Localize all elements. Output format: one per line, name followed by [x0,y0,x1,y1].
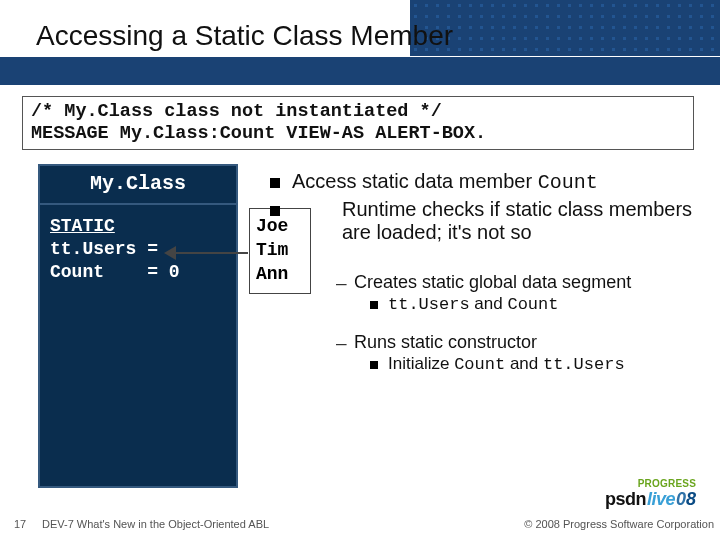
footer-title: DEV-7 What's New in the Object-Oriented … [42,518,524,530]
plain-text: Initialize [388,354,454,373]
code-line-2: MESSAGE My.Class:Count VIEW-AS ALERT-BOX… [31,123,685,145]
plain-text: and [470,294,508,313]
separator-bar [0,57,720,85]
page-title: Accessing a Static Class Member [36,20,453,52]
brand-logo: PROGRESS psdnlive08 [605,478,696,510]
sub-sub-bullet-1: tt.Users and Count [370,294,710,314]
title-area: Accessing a Static Class Member [36,20,453,52]
decorative-pattern [410,0,720,56]
class-diagram-header: My.Class [40,166,236,205]
mono-text: tt.Users [388,295,470,314]
sub-bullet-1: – Creates static global data segment [336,272,716,294]
bullet-2-rest: s not so [461,221,531,243]
sub-bullet-2: – Runs static constructor [336,332,716,354]
square-bullet-icon [270,178,280,188]
footer: 17 DEV-7 What's New in the Object-Orient… [14,518,714,530]
class-diagram-body: STATIC tt.Users = Count = 0 [40,205,236,294]
live-text: live [647,489,675,510]
mono-text: Count [454,355,505,374]
square-bullet-icon [370,301,378,309]
slide-number: 17 [14,518,42,530]
progress-wordmark: PROGRESS [605,478,696,489]
bullet-1: Access static data member Count [270,170,710,194]
sub-bullet-1-text: Creates static global data segment [354,272,631,294]
arrow-line [172,252,248,254]
sub-bullet-2-text: Runs static constructor [354,332,537,354]
count-line: Count = 0 [50,262,180,282]
square-bullet-icon [270,206,280,216]
class-diagram-box: My.Class STATIC tt.Users = Count = 0 [38,164,238,488]
bullet-1-mono: Count [538,171,598,194]
ttusers-line: tt.Users = [50,239,169,259]
square-bullet-icon [370,361,378,369]
mono-text: tt.Users [543,355,625,374]
arrow-head-icon [164,246,176,260]
bullet-1-text: Access static data member [292,170,538,192]
year-08: 08 [676,489,696,510]
bullet-list: Access static data member Count Runtime … [270,170,710,374]
code-sample-box: /* My.Class class not instantiated */ ME… [22,96,694,150]
slide: Accessing a Static Class Member /* My.Cl… [0,0,720,540]
dash-bullet-icon: – [336,272,346,294]
psdnlive-logo: psdnlive08 [605,489,696,510]
plain-text: and [505,354,543,373]
dash-bullet-icon: – [336,332,346,354]
psdn-text: psdn [605,489,646,510]
mono-text: Count [507,295,558,314]
bullet-2: Runtime checks if static class members a… [270,198,710,244]
static-label: STATIC [50,216,115,236]
copyright: © 2008 Progress Software Corporation [524,518,714,530]
code-line-1: /* My.Class class not instantiated */ [31,101,685,123]
sub-sub-bullet-2: Initialize Count and tt.Users [370,354,710,374]
